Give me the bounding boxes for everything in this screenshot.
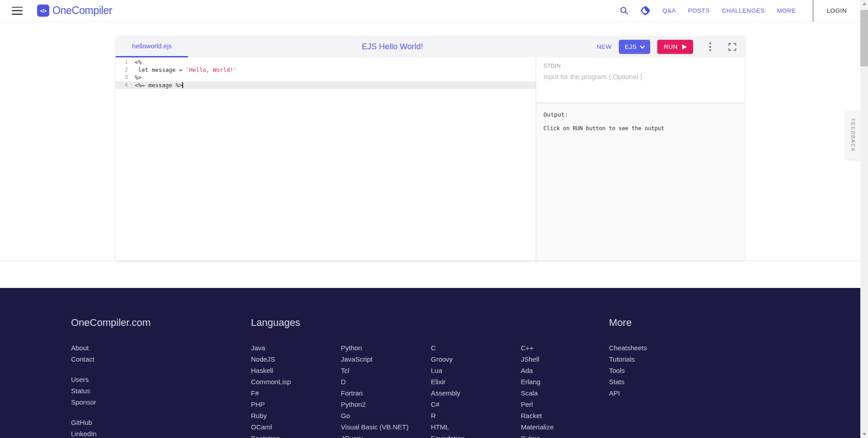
footer-link-tcl[interactable]: Tcl <box>341 365 431 376</box>
footer-link-javascript[interactable]: JavaScript <box>341 353 431 365</box>
footer-link-sponsor[interactable]: Sponsor <box>71 396 97 408</box>
footer-link-bootstrap[interactable]: Bootstrap <box>251 433 341 438</box>
footer-link-java[interactable]: Java <box>251 342 341 353</box>
scrollbar[interactable] <box>860 0 868 438</box>
footer-link-materialize[interactable]: Materialize <box>521 421 611 433</box>
line-number: 1 <box>116 58 133 66</box>
theme-toggle-icon[interactable] <box>641 6 650 15</box>
footer-link-commonlisp[interactable]: CommonLisp <box>251 376 341 387</box>
hamburger-menu-icon[interactable] <box>12 7 23 15</box>
footer-link-status[interactable]: Status <box>71 385 97 396</box>
footer-link-f[interactable]: F# <box>251 387 341 399</box>
output-message: Click on RUN button to see the output <box>543 125 737 132</box>
footer-link-c[interactable]: C# <box>431 399 521 410</box>
page: </> OneCompiler Q&APO <box>0 0 860 438</box>
footer-language-columns: JavaNodeJSHaskellCommonLispF#PHPRubyOCam… <box>251 342 611 438</box>
scrollbar-up-arrow[interactable] <box>860 0 868 8</box>
code-editor[interactable]: 1<%2 let message = 'Hello, World!'3%>4<%… <box>116 57 536 261</box>
footer-link-perl[interactable]: Perl <box>521 399 611 410</box>
brand-name: OneCompiler <box>52 5 112 17</box>
code-line: 1<% <box>116 58 536 66</box>
editor-controls: NEW EJS RUN <box>597 40 745 54</box>
code-text: <% <box>133 58 142 66</box>
footer-link-jshell[interactable]: JShell <box>521 353 611 365</box>
nav-link-posts[interactable]: POSTS <box>688 7 710 14</box>
line-number: 2 <box>116 66 133 74</box>
footer-link-jquery[interactable]: JQuery <box>341 433 431 438</box>
new-file-button[interactable]: NEW <box>597 43 612 50</box>
footer-link-r[interactable]: R <box>431 410 521 421</box>
fullscreen-icon[interactable] <box>728 43 736 51</box>
play-icon <box>682 44 687 50</box>
footer-language-column: JavaNodeJSHaskellCommonLispF#PHPRubyOCam… <box>251 342 341 438</box>
footer-link-html[interactable]: HTML <box>431 421 521 433</box>
footer-link-c[interactable]: C <box>431 342 521 353</box>
footer-link-php[interactable]: PHP <box>251 399 341 410</box>
footer-site-heading: OneCompiler.com <box>71 317 151 329</box>
footer-link-api[interactable]: API <box>609 387 647 399</box>
footer-link-python[interactable]: Python <box>341 342 431 353</box>
footer-link-contact[interactable]: Contact <box>71 353 97 365</box>
footer-link-cheatsheets[interactable]: Cheatsheets <box>609 342 647 353</box>
line-number: 4 <box>116 81 133 89</box>
footer-link-groovy[interactable]: Groovy <box>431 353 521 365</box>
nav-link-challenges[interactable]: CHALLENGES <box>722 7 765 14</box>
search-icon[interactable] <box>620 6 628 15</box>
footer-link-fortran[interactable]: Fortran <box>341 387 431 399</box>
footer-link-tools[interactable]: Tools <box>609 365 647 376</box>
language-select-label: EJS <box>625 43 637 50</box>
nav-links: Q&APOSTSCHALLENGESMORE <box>620 6 813 15</box>
footer-link-github[interactable]: GitHub <box>71 417 97 428</box>
footer-link-lua[interactable]: Lua <box>431 365 521 376</box>
chevron-down-icon <box>640 43 645 48</box>
footer-language-column: PythonJavaScriptTclDFortranPython2GoVisu… <box>341 342 431 438</box>
line-number: 3 <box>116 74 133 81</box>
footer-link-scala[interactable]: Scala <box>521 387 611 399</box>
feedback-tab[interactable]: FEEDBACK <box>845 111 860 160</box>
editor-panel: helloworld.ejs EJS Hello World! NEW EJS … <box>116 36 745 261</box>
tab-helloworld-ejs[interactable]: helloworld.ejs <box>116 36 188 57</box>
footer-languages-heading: Languages <box>251 317 300 329</box>
footer-link-visual-basic-vb-net[interactable]: Visual Basic (VB.NET) <box>341 421 431 433</box>
scrollbar-thumb[interactable] <box>860 10 868 66</box>
footer-link-erlang[interactable]: Erlang <box>521 376 611 387</box>
footer-link-assembly[interactable]: Assembly <box>431 387 521 399</box>
stdin-section: STDIN <box>536 57 745 103</box>
main-content: helloworld.ejs EJS Hello World! NEW EJS … <box>0 22 860 288</box>
nav-link-more[interactable]: MORE <box>777 7 796 14</box>
editor-panel-body: 1<%2 let message = 'Hello, World!'3%>4<%… <box>116 57 745 261</box>
footer-link-about[interactable]: About <box>71 342 97 353</box>
footer-link-python2[interactable]: Python2 <box>341 399 431 410</box>
footer-link-bulma[interactable]: Bulma <box>521 433 611 438</box>
footer-link-stats[interactable]: Stats <box>609 376 647 387</box>
language-select-button[interactable]: EJS <box>619 40 650 54</box>
scrollbar-down-arrow[interactable] <box>860 430 868 438</box>
code-lines: 1<%2 let message = 'Hello, World!'3%>4<%… <box>116 58 536 89</box>
footer-link-racket[interactable]: Racket <box>521 410 611 421</box>
footer-link-ocaml[interactable]: OCaml <box>251 421 341 433</box>
stdin-input[interactable] <box>543 73 737 98</box>
output-label: Output: <box>543 111 737 118</box>
more-options-icon[interactable] <box>707 41 714 53</box>
footer-link-ada[interactable]: Ada <box>521 365 611 376</box>
footer-link-ruby[interactable]: Ruby <box>251 410 341 421</box>
footer-link-nodejs[interactable]: NodeJS <box>251 353 341 365</box>
footer-site-links: AboutContactUsersStatusSponsorGitHubLink… <box>71 342 97 438</box>
nav-link-q-a[interactable]: Q&A <box>662 7 676 14</box>
footer-link-haskell[interactable]: Haskell <box>251 365 341 376</box>
run-button[interactable]: RUN <box>657 40 693 54</box>
brand-logo[interactable]: </> OneCompiler <box>37 5 112 17</box>
footer-link-go[interactable]: Go <box>341 410 431 421</box>
footer-link-users[interactable]: Users <box>71 374 97 385</box>
footer-link-elixir[interactable]: Elixir <box>431 376 521 387</box>
footer-link-c[interactable]: C++ <box>521 342 611 353</box>
stdin-label: STDIN <box>543 63 737 69</box>
footer-link-group: UsersStatusSponsor <box>71 374 97 408</box>
footer-link-foundation[interactable]: Foundation <box>431 433 521 438</box>
login-button[interactable]: LOGIN <box>813 0 860 22</box>
code-line: 2 let message = 'Hello, World!' <box>116 66 536 74</box>
footer-link-linkedin[interactable]: LinkedIn <box>71 428 97 438</box>
footer-link-d[interactable]: D <box>341 376 431 387</box>
code-line: 3%> <box>116 74 536 81</box>
footer-link-tutorials[interactable]: Tutorials <box>609 353 647 365</box>
